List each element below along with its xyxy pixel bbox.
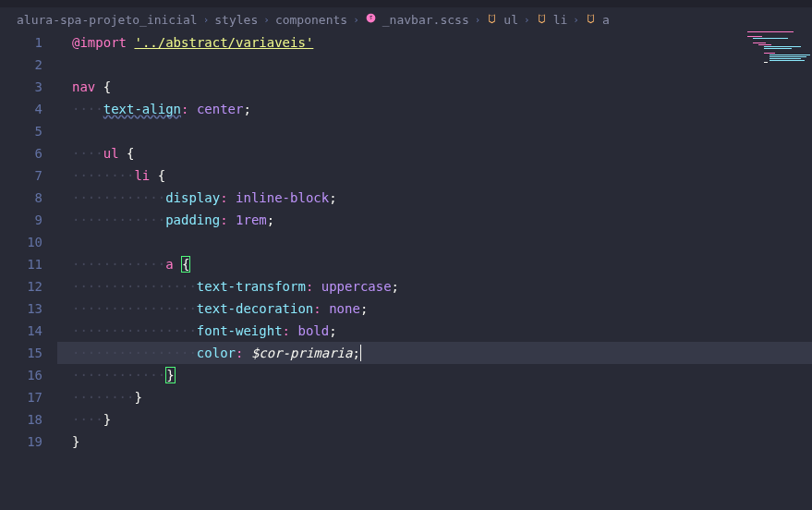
code-line-current[interactable]: ················color: $cor-primaria; (57, 342, 812, 364)
line-number: 4 (0, 98, 42, 120)
text-cursor (360, 345, 361, 361)
value-token: none (329, 301, 360, 316)
symbol-icon (536, 12, 548, 27)
punct-token: ; (329, 323, 336, 338)
brace-token: { (127, 146, 134, 161)
breadcrumb-item[interactable]: _navbar.scss (382, 13, 469, 27)
line-number: 7 (0, 164, 42, 187)
property-token: color (197, 346, 236, 360)
line-number: 1 (0, 31, 42, 54)
punct-token: ; (243, 102, 250, 116)
code-line[interactable]: ····} (72, 408, 812, 431)
punct-token: ; (352, 346, 359, 360)
punct-token: ; (267, 212, 274, 227)
breadcrumb-item[interactable]: a (602, 13, 610, 27)
line-number: 9 (0, 209, 42, 231)
line-number: 3 (0, 76, 42, 98)
value-token: uppercase (321, 279, 392, 294)
punct-token: ; (392, 279, 399, 294)
brace-token: } (103, 412, 111, 427)
code-line[interactable]: ················text-transform: uppercas… (72, 275, 812, 298)
line-number: 18 (0, 408, 42, 431)
line-number: 16 (0, 364, 42, 386)
breadcrumb-item[interactable]: ul (503, 13, 518, 27)
tabs-bar (0, 0, 812, 7)
breadcrumbs: alura-spa-projeto_inicial › styles › com… (0, 7, 812, 31)
code-line[interactable] (72, 120, 812, 142)
code-line[interactable]: ····text-align: center; (72, 98, 812, 120)
line-number: 14 (0, 320, 42, 342)
code-line[interactable]: ············padding: 1rem; (72, 209, 812, 231)
minimap[interactable] (738, 31, 812, 124)
code-line[interactable]: } (72, 431, 812, 453)
code-line[interactable] (72, 54, 812, 76)
tag-token: a (165, 257, 173, 272)
line-gutter: 1 2 3 4 5 6 7 8 9 10 11 12 13 14 15 16 1… (0, 31, 57, 453)
brace-token: } (165, 367, 175, 383)
code-line[interactable]: ············} (72, 364, 812, 386)
punct-token: : (220, 190, 227, 205)
value-token: 1rem (236, 212, 267, 227)
code-line[interactable]: ············a { (72, 253, 812, 275)
line-number: 2 (0, 54, 42, 76)
property-token: font-weight (197, 323, 283, 338)
brace-token: { (181, 256, 190, 273)
line-number: 17 (0, 386, 42, 408)
punct-token: : (181, 102, 188, 116)
line-number: 6 (0, 142, 42, 164)
punct-token: ; (329, 190, 336, 205)
line-number: 11 (0, 253, 42, 275)
breadcrumb-item[interactable]: components (275, 13, 347, 27)
chevron-right-icon: › (263, 14, 270, 26)
variable-token: $cor-primaria (251, 346, 353, 360)
chevron-right-icon: › (524, 14, 530, 26)
code-line[interactable]: @import '../abstract/variaveis' (72, 31, 812, 54)
breadcrumb-item[interactable]: alura-spa-projeto_inicial (17, 13, 198, 27)
breadcrumb-item[interactable]: li (553, 13, 568, 27)
breadcrumb-item[interactable]: styles (214, 13, 258, 27)
chevron-right-icon: › (203, 14, 210, 26)
tag-token: li (134, 168, 150, 183)
code-line[interactable]: ········li { (72, 164, 812, 187)
tag-token: ul (103, 146, 119, 161)
string-token: '../abstract/variaveis' (134, 35, 313, 50)
code-line[interactable]: ············display: inline-block; (72, 187, 812, 209)
chevron-right-icon: › (475, 14, 481, 26)
code-line[interactable]: nav { (72, 76, 812, 98)
code-line[interactable]: ····ul { (72, 142, 812, 164)
code-line[interactable]: ················text-decoration: none; (72, 298, 812, 320)
brace-token: } (134, 390, 141, 405)
keyword-token: @import (72, 35, 127, 50)
value-token: center (197, 102, 244, 116)
value-token: inline-block (236, 190, 329, 205)
line-number: 19 (0, 431, 42, 453)
code-line[interactable]: ················font-weight: bold; (72, 320, 812, 342)
code-line[interactable] (72, 231, 812, 253)
line-number: 10 (0, 231, 42, 253)
brace-token: } (72, 434, 79, 449)
property-token: text-decoration (197, 301, 313, 316)
line-number: 12 (0, 275, 42, 298)
code-line[interactable]: ········} (72, 386, 812, 408)
tag-token: nav (72, 79, 95, 94)
property-token: text-align (103, 102, 181, 116)
line-number: 15 (0, 342, 42, 364)
symbol-icon (486, 12, 498, 27)
line-number: 8 (0, 187, 42, 209)
punct-token: ; (360, 301, 368, 316)
punct-token: : (283, 323, 290, 338)
punct-token: : (306, 279, 313, 294)
value-token: bold (297, 323, 329, 338)
punct-token: : (236, 346, 243, 360)
line-number: 5 (0, 120, 42, 142)
editor-area[interactable]: 1 2 3 4 5 6 7 8 9 10 11 12 13 14 15 16 1… (0, 31, 812, 453)
chevron-right-icon: › (573, 14, 579, 26)
brace-token: { (158, 168, 165, 183)
property-token: padding (165, 212, 220, 227)
scss-file-icon (365, 12, 377, 27)
punct-token: : (313, 301, 321, 316)
brace-token: { (103, 79, 111, 94)
chevron-right-icon: › (353, 14, 359, 26)
punct-token: : (220, 212, 227, 227)
code-content[interactable]: @import '../abstract/variaveis' nav { ··… (57, 31, 812, 453)
